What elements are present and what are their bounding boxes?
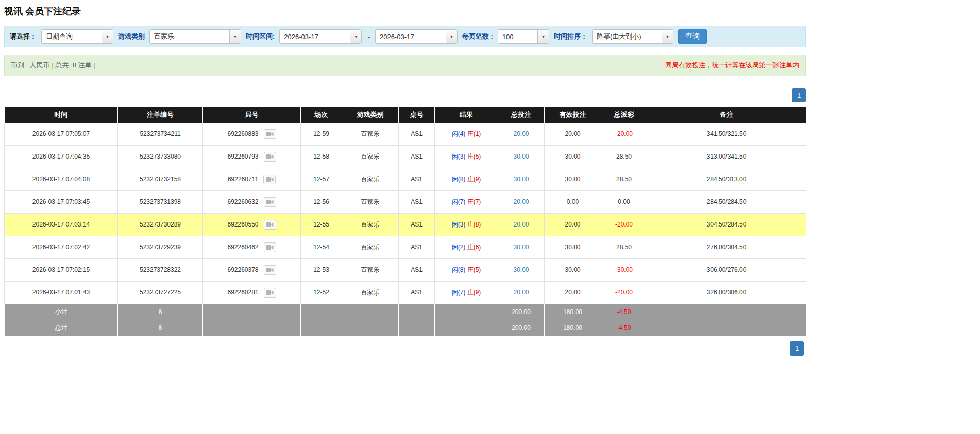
pagination-top: 1 xyxy=(4,88,806,102)
video-replay-button[interactable] xyxy=(263,175,276,184)
date-from-input[interactable] xyxy=(280,30,350,43)
result-banker: 庄(5) xyxy=(467,266,481,273)
page-1-button[interactable]: 1 xyxy=(790,341,804,356)
result-banker: 庄(9) xyxy=(467,289,481,296)
cell-valid-bet: 0.00 xyxy=(545,190,601,213)
total-bet-link[interactable]: 20.00 xyxy=(513,198,529,205)
table-row: 2026-03-17 07:04:08 523273732158 6922607… xyxy=(5,168,806,190)
payout-value: -20.00 xyxy=(615,289,633,296)
table-row: 2026-03-17 07:01:43 523273727225 6922602… xyxy=(5,281,806,304)
video-replay-icon xyxy=(266,245,274,250)
page-size-select[interactable]: ▼ xyxy=(498,29,549,44)
column-header: 局号 xyxy=(203,107,301,123)
cell-session: 12-58 xyxy=(301,145,342,168)
page-1-button[interactable]: 1 xyxy=(792,88,806,102)
date-to-select[interactable]: ▼ xyxy=(375,29,458,44)
cell-total-bet: 20.00 xyxy=(498,190,545,213)
time-sort-dropdown-button[interactable]: ▼ xyxy=(662,30,673,43)
cell-bet-number: 523273728322 xyxy=(118,258,203,281)
round-number-text: 692260378 xyxy=(227,266,258,273)
cell-round-number: 692260281 xyxy=(203,281,301,304)
betting-records-table: 时间注单编号局号场次游戏类别桌号结果总投注有效投注总派彩备注 2026-03-1… xyxy=(4,107,806,336)
video-replay-button[interactable] xyxy=(264,152,276,162)
chevron-down-icon: ▼ xyxy=(665,34,669,39)
game-type-input[interactable] xyxy=(150,30,229,43)
cell-result: 闲(7) 庄(7) xyxy=(435,190,498,213)
cell-total-bet: 30.00 xyxy=(498,258,545,281)
date-to-dropdown-button[interactable]: ▼ xyxy=(446,30,457,43)
search-button[interactable]: 查询 xyxy=(678,29,707,44)
cell-valid-bet: 30.00 xyxy=(545,168,601,190)
video-replay-button[interactable] xyxy=(264,220,276,230)
video-replay-button[interactable] xyxy=(264,129,276,139)
payout-value: 28.50 xyxy=(616,176,632,183)
summary-label: 总计 xyxy=(5,320,118,336)
cell-payout: 28.50 xyxy=(601,145,647,168)
video-replay-icon xyxy=(266,267,274,273)
total-bet-link[interactable]: 20.00 xyxy=(513,221,529,228)
result-banker: 庄(6) xyxy=(467,244,481,251)
video-replay-button[interactable] xyxy=(264,265,276,275)
payout-value: 28.50 xyxy=(616,244,632,251)
game-type-dropdown-button[interactable]: ▼ xyxy=(229,30,241,43)
chevron-down-icon: ▼ xyxy=(541,34,545,39)
query-type-input[interactable] xyxy=(42,30,102,43)
cell-bet-number: 523273733080 xyxy=(118,145,203,168)
total-bet-link[interactable]: 30.00 xyxy=(513,244,529,251)
result-player: 闲(8) xyxy=(452,266,466,273)
page-size-dropdown-button[interactable]: ▼ xyxy=(537,30,549,43)
cell-session: 12-59 xyxy=(301,123,342,145)
cell-time: 2026-03-17 07:04:08 xyxy=(5,168,118,190)
time-sort-input[interactable] xyxy=(593,30,662,43)
query-type-dropdown-button[interactable]: ▼ xyxy=(102,30,113,43)
cell-result: 闲(7) 庄(9) xyxy=(435,281,498,304)
cell-bet-number: 523273727225 xyxy=(118,281,203,304)
result-player: 闲(2) xyxy=(452,244,466,251)
cell-remark: 276.00/304.50 xyxy=(647,236,806,258)
date-from-select[interactable]: ▼ xyxy=(279,29,362,44)
summary-count: 8 xyxy=(118,320,203,336)
video-replay-icon xyxy=(266,290,274,296)
cell-table-number: AS1 xyxy=(399,281,435,304)
video-replay-button[interactable] xyxy=(264,288,276,298)
result-player: 闲(3) xyxy=(452,153,466,160)
cell-remark: 304.50/284.50 xyxy=(647,213,806,236)
page-size-label: 每页笔数 : xyxy=(462,32,493,41)
cell-time: 2026-03-17 07:02:42 xyxy=(5,236,118,258)
records-tfoot: 小计 8 200.00 180.00 -4.50 总计 8 200.00 180… xyxy=(5,304,806,336)
cell-total-bet: 30.00 xyxy=(498,168,545,190)
video-replay-button[interactable] xyxy=(264,242,276,252)
video-replay-button[interactable] xyxy=(264,197,276,207)
page-size-input[interactable] xyxy=(498,30,537,43)
round-number-text: 692260711 xyxy=(228,176,258,183)
cell-remark: 306.00/276.00 xyxy=(647,258,806,281)
payout-value: -30.00 xyxy=(615,266,633,273)
cell-session: 12-54 xyxy=(301,236,342,258)
query-type-select[interactable]: ▼ xyxy=(41,29,113,44)
cell-game-type: 百家乐 xyxy=(342,213,399,236)
total-bet-link[interactable]: 30.00 xyxy=(513,266,529,273)
table-row: 2026-03-17 07:05:07 523273734211 6922608… xyxy=(5,123,806,145)
total-bet-link[interactable]: 20.00 xyxy=(513,289,529,296)
time-sort-label: 时间排序： xyxy=(554,32,587,41)
cell-time: 2026-03-17 07:01:43 xyxy=(5,281,118,304)
payout-value: -20.00 xyxy=(615,130,633,137)
cell-result: 闲(4) 庄(1) xyxy=(435,123,498,145)
result-banker: 庄(9) xyxy=(467,176,481,183)
date-from-dropdown-button[interactable]: ▼ xyxy=(350,30,361,43)
time-sort-select[interactable]: ▼ xyxy=(592,29,673,44)
cell-session: 12-52 xyxy=(301,281,342,304)
cell-remark: 341.50/321.50 xyxy=(647,123,806,145)
total-bet-link[interactable]: 30.00 xyxy=(513,176,529,183)
cell-game-type: 百家乐 xyxy=(342,145,399,168)
cell-bet-number: 523273734211 xyxy=(118,123,203,145)
cell-round-number: 692260378 xyxy=(203,258,301,281)
total-bet-link[interactable]: 20.00 xyxy=(513,130,529,137)
cell-bet-number: 523273731398 xyxy=(118,190,203,213)
game-type-select[interactable]: ▼ xyxy=(149,29,241,44)
cell-payout: 28.50 xyxy=(601,236,647,258)
summary-payout: -4.50 xyxy=(601,304,647,320)
date-to-input[interactable] xyxy=(376,30,446,43)
total-bet-link[interactable]: 30.00 xyxy=(513,153,529,160)
cell-time: 2026-03-17 07:03:45 xyxy=(5,190,118,213)
